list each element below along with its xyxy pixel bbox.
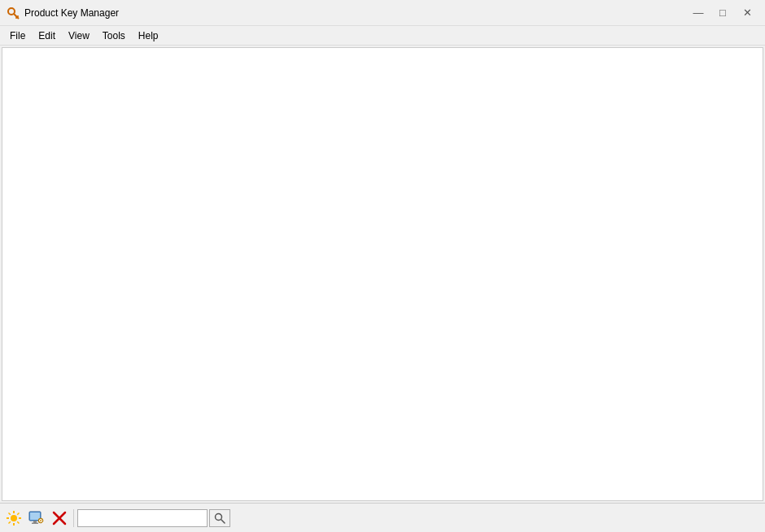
sun-button[interactable] xyxy=(3,508,24,529)
minimize-button[interactable]: — xyxy=(687,4,710,22)
svg-line-19 xyxy=(42,521,44,523)
bottom-toolbar xyxy=(0,503,765,532)
search-input[interactable] xyxy=(77,509,208,527)
menu-tools[interactable]: Tools xyxy=(96,26,132,45)
monitor-icon xyxy=(28,510,45,526)
window-title: Product Key Manager xyxy=(24,7,687,19)
search-area xyxy=(77,509,230,527)
search-icon xyxy=(214,512,225,524)
toolbar-separator xyxy=(73,509,74,527)
app-icon xyxy=(7,7,20,20)
sun-icon xyxy=(6,510,22,526)
svg-line-23 xyxy=(221,519,225,522)
svg-rect-14 xyxy=(30,512,40,520)
close-button[interactable]: ✕ xyxy=(736,4,758,22)
x-icon xyxy=(51,510,68,526)
monitor-button[interactable] xyxy=(26,508,47,529)
svg-line-12 xyxy=(9,521,11,523)
svg-line-9 xyxy=(9,512,11,514)
menu-edit[interactable]: Edit xyxy=(32,26,62,45)
title-bar: Product Key Manager — □ ✕ xyxy=(0,0,765,26)
maximize-button[interactable]: □ xyxy=(711,4,734,22)
svg-rect-16 xyxy=(32,522,38,524)
menu-file[interactable]: File xyxy=(3,26,32,45)
menu-view[interactable]: View xyxy=(62,26,96,45)
search-button[interactable] xyxy=(209,509,230,527)
remove-button[interactable] xyxy=(49,508,70,529)
menu-bar: File Edit View Tools Help xyxy=(0,26,765,46)
svg-point-0 xyxy=(8,8,15,15)
svg-line-10 xyxy=(17,521,19,523)
svg-line-11 xyxy=(17,512,19,514)
svg-point-4 xyxy=(11,515,17,521)
main-content-area xyxy=(2,47,763,501)
title-bar-controls: — □ ✕ xyxy=(687,4,758,22)
menu-help[interactable]: Help xyxy=(132,26,165,45)
